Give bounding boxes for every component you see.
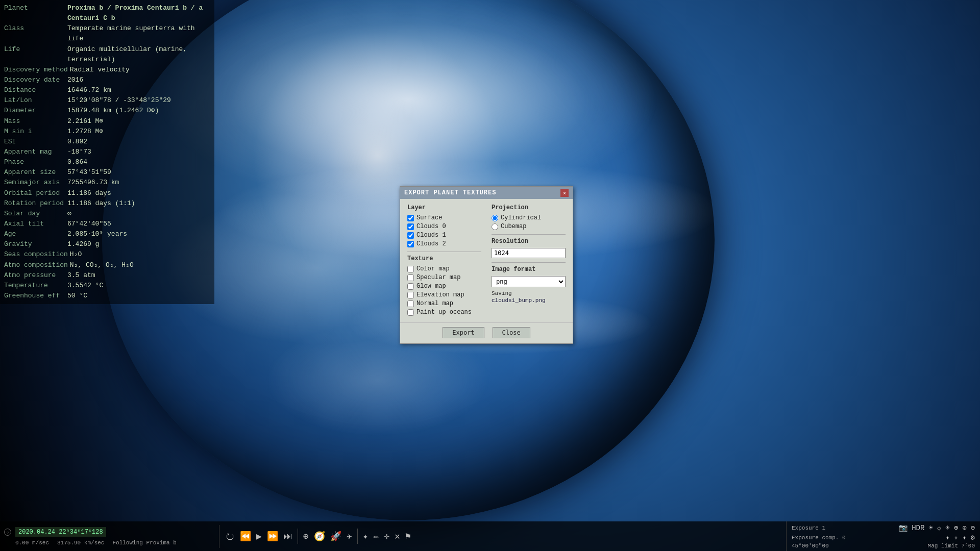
label-semimajor-axis: Semimajor axis <box>4 178 65 188</box>
saving-label: Saving <box>492 290 566 296</box>
sun-icon-1[interactable]: ☀ <box>928 523 933 532</box>
value-apparent-size: 57°43'51"59 <box>67 167 111 178</box>
zoom-in-icon[interactable]: ⊕ <box>954 523 958 532</box>
value-atmo-pressure: 3.5 atm <box>67 270 95 281</box>
control-rewind-icon[interactable]: ⏪ <box>240 531 251 542</box>
value-class: Temperate marine superterra with life <box>67 23 210 44</box>
value-gravity: 1.4269 g <box>67 239 99 249</box>
control-target-icon[interactable]: ⊕ <box>303 531 309 542</box>
controls-separator-1 <box>298 529 298 544</box>
texture-specular-map-row: Specular map <box>407 274 481 281</box>
control-ruler-icon[interactable]: ✕ <box>395 531 400 542</box>
control-play-icon[interactable]: ▶ <box>256 531 262 542</box>
distance-display: 3175.90 km/sec <box>57 540 104 546</box>
control-forward-icon[interactable]: ⏩ <box>267 531 278 542</box>
dialog-titlebar: EXPORT PLANET TEXTURES × <box>400 187 573 199</box>
label-class: Class <box>4 23 65 44</box>
texture-paint-up-oceans-label: Paint up oceans <box>416 309 472 316</box>
dialog-close-button[interactable]: × <box>560 189 569 197</box>
texture-color-map-row: Color map <box>407 265 481 272</box>
layer-clouds2-checkbox[interactable] <box>407 241 414 247</box>
hdr-label[interactable]: HDR <box>912 524 924 532</box>
texture-elevation-map-checkbox[interactable] <box>407 292 414 298</box>
label-apparent-mag: Apparent mag <box>4 147 65 157</box>
control-crosshair-icon[interactable]: ✛ <box>384 531 389 542</box>
projection-cylindrical-radio[interactable] <box>492 215 498 221</box>
zoom-out-icon[interactable]: ⊖ <box>971 523 975 532</box>
control-end-icon[interactable]: ⏭ <box>283 531 292 542</box>
zoom-fit-icon[interactable]: ⊙ <box>962 523 966 532</box>
bottom-controls: ⭮ ⏪ ▶ ⏩ ⏭ ⊕ 🧭 🚀 ✈ ✦ ✏ ✛ ✕ ⚑ <box>219 529 786 544</box>
value-axial-tilt: 67°42'40"55 <box>67 219 111 229</box>
dialog-title: EXPORT PLANET TEXTURES <box>404 189 496 196</box>
dialog-buttons: Export Close <box>400 322 573 343</box>
texture-color-map-checkbox[interactable] <box>407 266 414 272</box>
projection-cubemap-radio[interactable] <box>492 223 498 230</box>
control-plane-icon[interactable]: ✈ <box>347 531 352 542</box>
control-draw-icon[interactable]: ✏ <box>373 531 379 542</box>
texture-glow-map-row: Glow map <box>407 283 481 290</box>
label-axial-tilt: Axial tilt <box>4 219 65 229</box>
star-icon-2[interactable]: ✧ <box>954 533 958 542</box>
label-temperature: Temperature <box>4 281 65 291</box>
label-discovery-date: Discovery date <box>4 75 65 85</box>
coordinates-display: 45°00'00"00 <box>792 543 829 549</box>
layer-clouds0-label: Clouds 0 <box>416 223 446 230</box>
settings-icon[interactable]: ⚙ <box>971 533 975 542</box>
image-format-select[interactable]: png jpg tga bmp <box>492 276 566 287</box>
value-mass: 2.2161 M⊕ <box>67 116 103 127</box>
label-planet: Planet <box>4 3 65 23</box>
resolution-input[interactable] <box>492 248 566 258</box>
layer-surface-checkbox[interactable] <box>407 215 414 221</box>
control-orbit-icon[interactable]: ⭮ <box>226 531 235 542</box>
projection-section-label: Projection <box>492 204 566 211</box>
texture-specular-map-checkbox[interactable] <box>407 274 414 281</box>
camera-icon[interactable]: 📷 <box>899 523 908 532</box>
label-discovery-method: Discovery method <box>4 65 68 75</box>
value-phase: 0.864 <box>67 157 87 167</box>
label-age: Age <box>4 229 65 239</box>
dialog-separator-1 <box>407 252 481 252</box>
layer-clouds0-checkbox[interactable] <box>407 223 414 230</box>
label-m-sin-i: M sin i <box>4 127 65 137</box>
value-rotation-period: 11.186 days (1:1) <box>67 198 135 209</box>
label-solar-day: Solar day <box>4 209 65 219</box>
sun-icon-2[interactable]: ☼ <box>937 524 941 532</box>
layer-clouds0-row: Clouds 0 <box>407 223 481 230</box>
speed-display: 0.00 m/sec <box>15 540 49 546</box>
saving-filename: clouds1_bump.png <box>492 297 566 304</box>
projection-cubemap-row: Cubemap <box>492 223 566 230</box>
value-age: 2.085·10⁹ years <box>67 229 127 239</box>
controls-separator-2 <box>357 529 358 544</box>
value-discovery-date: 2016 <box>67 75 83 85</box>
control-cursor-icon[interactable]: ✦ <box>363 531 369 542</box>
texture-paint-up-oceans-checkbox[interactable] <box>407 309 414 316</box>
info-panel: Planet Proxima b / Proxima Centauri b / … <box>0 0 214 304</box>
control-rocket-icon[interactable]: 🚀 <box>330 531 341 542</box>
label-distance: Distance <box>4 85 65 95</box>
star-icon-1[interactable]: ✦ <box>945 533 949 542</box>
texture-glow-map-checkbox[interactable] <box>407 283 414 290</box>
control-nav-icon[interactable]: 🧭 <box>314 531 325 542</box>
texture-paint-up-oceans-row: Paint up oceans <box>407 309 481 316</box>
control-flag-icon[interactable]: ⚑ <box>405 531 411 542</box>
sun-icon-3[interactable]: ☀ <box>945 523 949 532</box>
label-gravity: Gravity <box>4 239 65 249</box>
close-button[interactable]: Close <box>493 327 530 338</box>
layer-clouds1-checkbox[interactable] <box>407 232 414 239</box>
value-esi: 0.892 <box>67 137 87 147</box>
dialog-body: Layer Surface Clouds 0 Clouds 1 Clouds 2… <box>400 199 573 322</box>
value-discovery-method: Radial velocity <box>70 65 130 75</box>
texture-normal-map-checkbox[interactable] <box>407 300 414 307</box>
star-icon-3[interactable]: ✦ <box>962 533 966 542</box>
value-m-sin-i: 1.2728 M⊕ <box>67 127 103 137</box>
bottom-right-info: Exposure 1 📷 HDR ☀ ☼ ☀ ⊕ ⊙ ⊖ Exposure co… <box>786 521 980 551</box>
value-lat-lon: 15°20'08"78 / -33°48'25"29 <box>67 95 171 106</box>
dialog-right-column: Projection Cylindrical Cubemap Resolutio… <box>492 204 566 317</box>
value-diameter: 15879.48 km (1.2462 D⊕) <box>67 106 159 116</box>
resolution-section-label: Resolution <box>492 238 566 245</box>
indicator-dot: ○ <box>4 529 11 536</box>
projection-cubemap-label: Cubemap <box>501 223 526 230</box>
export-button[interactable]: Export <box>443 327 484 338</box>
layer-clouds1-label: Clouds 1 <box>416 232 446 239</box>
